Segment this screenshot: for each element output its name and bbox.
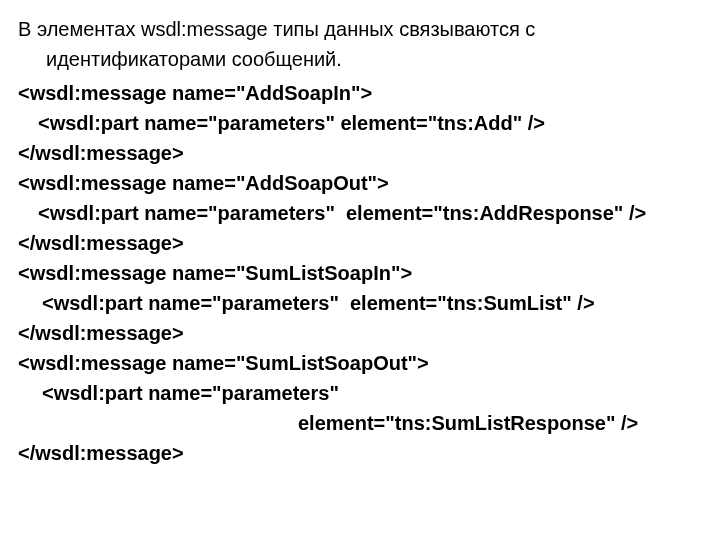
code-line-8: <wsdl:part name="parameters" element="tn… bbox=[18, 288, 702, 318]
code-line-4: <wsdl:message name="AddSoapOut"> bbox=[18, 168, 702, 198]
code-line-1: <wsdl:message name="AddSoapIn"> bbox=[18, 78, 702, 108]
code-line-9: </wsdl:message> bbox=[18, 318, 702, 348]
code-line-10: <wsdl:message name="SumListSoapOut"> bbox=[18, 348, 702, 378]
code-line-13: </wsdl:message> bbox=[18, 438, 702, 468]
code-line-7: <wsdl:message name="SumListSoapIn"> bbox=[18, 258, 702, 288]
code-line-6: </wsdl:message> bbox=[18, 228, 702, 258]
code-line-12: element="tns:SumListResponse" /> bbox=[18, 408, 702, 438]
intro-text: В элементах wsdl:message типы данных свя… bbox=[46, 14, 702, 74]
code-line-5: <wsdl:part name="parameters" element="tn… bbox=[18, 198, 702, 228]
code-line-3: </wsdl:message> bbox=[18, 138, 702, 168]
code-line-2: <wsdl:part name="parameters" element="tn… bbox=[18, 108, 702, 138]
code-line-11: <wsdl:part name="parameters" bbox=[18, 378, 702, 408]
